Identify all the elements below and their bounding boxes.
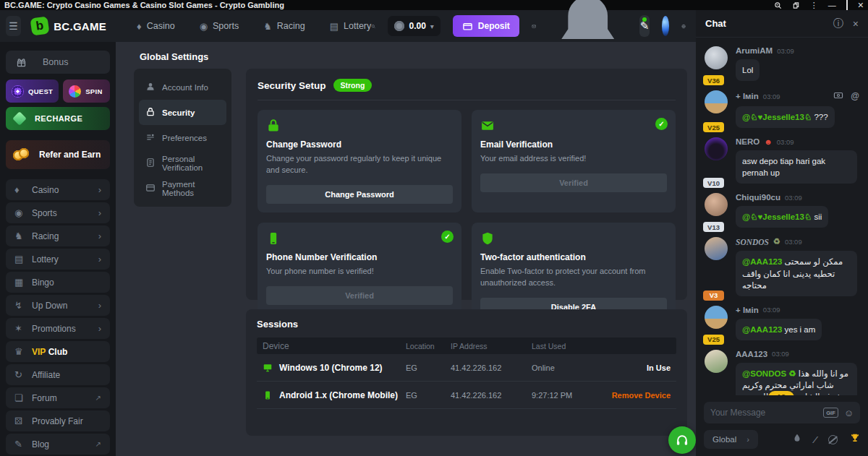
top-nav-racing[interactable]: ♞Racing [263,21,305,32]
chat-avatar[interactable] [705,137,728,160]
chat-channel-selector[interactable]: Global › [704,430,758,449]
session-row: Android 1.x (Chrome Mobile)EG41.42.226.1… [257,382,676,409]
tip-cash-icon[interactable] [833,90,843,102]
top-nav-sports[interactable]: ◉Sports [200,21,239,32]
bcgame-logo[interactable]: b BC.GAME [31,17,106,35]
chat-mention[interactable]: @SONDOS ♻ [742,369,796,378]
security-setup-title: Security Setup [258,80,326,91]
top-nav-casino[interactable]: ♦Casino [137,21,175,32]
chat-commands-icon[interactable]: ∕ [814,434,816,445]
chat-bubble: @♘♥Jesselle13♘ ??? [736,106,835,128]
chat-username[interactable]: ArumiAM [736,46,773,55]
chat-mention[interactable]: @♘♥Jesselle13♘ [742,212,812,221]
window-close-button[interactable]: × [858,0,864,10]
bcgame-logo-icon: b [30,16,50,35]
chat-info-icon[interactable]: ⓘ [833,17,843,30]
session-row: Windows 10 (Chrome 12)EG41.42.226.162Onl… [257,354,676,382]
sidebar-item-casino[interactable]: ♦Casino› [6,179,110,200]
rain-drop-icon[interactable] [792,433,802,446]
deposit-button[interactable]: Deposit [453,15,519,37]
chat-avatar[interactable] [705,350,728,373]
sidebar-item-affiliate[interactable]: ↻Affiliate [6,364,110,385]
mention-at-icon[interactable]: @ [851,91,859,101]
chat-timestamp: 03:09 [772,350,789,358]
verified-button: Verified [266,286,453,305]
refer-and-earn-button[interactable]: Refer and Earn [6,140,110,169]
chat-toggle-button[interactable]: ✎ [639,15,649,37]
chat-username[interactable]: SONDOS [736,238,769,246]
sidebar-item-promotions[interactable]: ✶Promotions› [6,318,110,339]
wallet-balance-selector[interactable]: 0.00 ▾ [388,16,440,36]
contest-trophy-icon[interactable] [850,433,860,446]
chat-mention[interactable]: @♘♥Jesselle13♘ [742,113,812,121]
browser-zoom-icon[interactable] [774,1,782,9]
smartphone-icon [263,390,273,400]
settings-nav-label: Personal Verification [162,155,220,172]
spin-button[interactable]: SPIN [63,79,110,103]
settings-nav-personal-verification[interactable]: Personal Verification [139,150,226,176]
chat-message-input[interactable] [710,408,817,418]
settings-nav-label: Preferences [162,134,207,142]
sidebar-item-sports[interactable]: ◉Sports› [6,202,110,223]
chat-username[interactable]: NERO [736,137,760,146]
language-globe-icon[interactable] [681,20,686,33]
search-icon[interactable] [371,20,375,33]
chat-username[interactable]: + Ɩмin [736,306,759,314]
sidebar-bonus-button[interactable]: Bonus [6,51,110,74]
sidebar-item-bingo[interactable]: ▦Bingo [6,272,110,293]
currency-coin-icon [394,21,404,31]
chat-text: ??? [812,113,827,121]
sidebar-item-provably-fair[interactable]: ⚄Provably Fair [6,410,110,431]
vip-level-badge: V13 [703,222,724,232]
sidebar-item-forum[interactable]: ❏Forum↗ [6,387,110,408]
emoji-picker-icon[interactable]: ☺ [844,408,854,418]
user-avatar[interactable] [662,16,669,36]
chat-avatar[interactable] [705,46,728,69]
quest-target-icon [12,85,24,98]
settings-nav-security[interactable]: Security [139,100,226,125]
sidebar-item-racing[interactable]: ♞Racing› [6,225,110,246]
chat-message: V10NERO☻03:09asw depo tiap hari gak pern… [696,137,868,184]
chat-avatar[interactable] [705,90,728,113]
security-setup-panel: Security Setup Strong Change PasswordCha… [246,69,687,300]
remove-device-button[interactable]: Remove Device [598,391,671,400]
chevron-down-icon: ▾ [430,22,434,30]
change-password-button[interactable]: Change Password [266,185,453,204]
wallet-icon [462,21,473,32]
chat-timestamp: 03:09 [763,306,780,314]
sidebar-item-blog[interactable]: ✎Blog↗ [6,434,110,455]
settings-nav-payment-methods[interactable]: Payment Methods [139,176,226,201]
quest-button[interactable]: QUEST [6,79,59,103]
recharge-button[interactable]: RECHARGE [6,107,110,130]
chevron-right-icon: › [98,231,101,241]
sidebar-item-vip-club[interactable]: ♛VIP Club [6,341,110,362]
sidebar-item-lottery[interactable]: ▤Lottery› [6,249,110,270]
chat-mention[interactable]: @AAA123 [742,257,782,266]
chat-avatar[interactable] [705,237,728,260]
chat-timestamp: 03:09 [785,194,802,202]
chat-avatar[interactable] [705,306,728,329]
chat-username[interactable]: Chiqui90cu [736,193,780,202]
sidebar-item-label: Bingo [32,278,101,288]
chat-mention[interactable]: @AAA123 [742,325,782,334]
gif-picker-icon[interactable]: GIF [823,408,838,418]
chat-username[interactable]: AAA123 [736,350,767,358]
chat-bubble: @AAA123 yes i am [736,319,822,340]
window-minimize-button[interactable]: — [828,1,836,9]
sidebar-toggle-button[interactable]: ☰ [6,16,21,36]
window-maximize-button[interactable] [846,1,848,9]
coin-toggle-icon[interactable] [828,435,838,444]
browser-menu-icon[interactable]: ⋮ [810,1,818,9]
settings-nav-preferences[interactable]: Preferences [139,125,226,150]
sidebar-item-up-down[interactable]: ↯Up Down› [6,295,110,316]
support-button[interactable] [668,426,696,454]
settings-nav-account-info[interactable]: Account Info [139,74,226,100]
mail-icon[interactable] [532,20,536,33]
chat-avatar[interactable] [705,193,728,216]
sports-icon: ◉ [200,21,208,32]
sidebar: Bonus QUEST SPIN RECHARGE Refer and Earn… [0,42,116,456]
browser-extension-icon[interactable] [792,1,800,9]
chat-close-icon[interactable]: × [853,18,859,30]
top-nav-lottery[interactable]: ▤Lottery [330,21,372,32]
chat-username[interactable]: + Ɩмin [736,92,759,100]
